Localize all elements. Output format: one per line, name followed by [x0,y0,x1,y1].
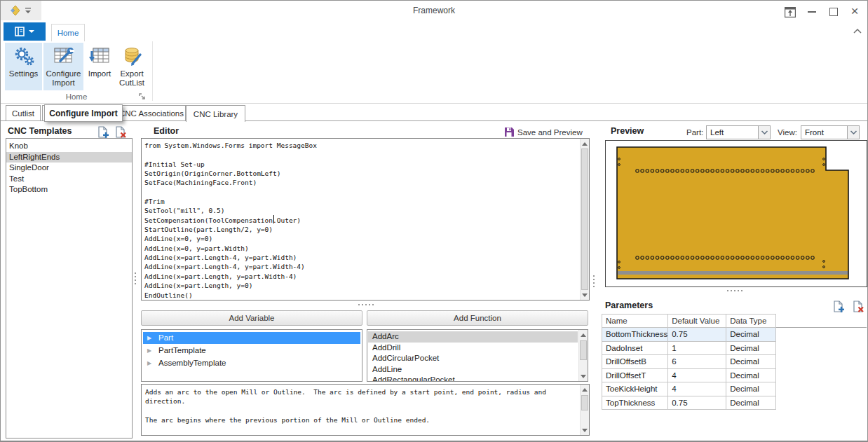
chevron-down-icon[interactable] [758,126,770,139]
scroll-up-icon[interactable] [581,139,589,149]
parameters-table-body: BottomThickness0.75DecimalDadoInset1Deci… [602,328,776,410]
chevron-down-icon [29,30,34,33]
template-item[interactable]: LeftRightEnds [6,152,132,163]
scroll-up-icon[interactable] [579,330,588,340]
table-row[interactable]: ToeKickHeight4Decimal [602,382,776,396]
param-value-cell[interactable]: 4 [668,368,726,382]
templates-list: KnobLeftRightEndsSingleDoorTestTopBottom [6,138,133,438]
variable-tree-item[interactable]: ▶Part [142,332,362,345]
scroll-up-icon[interactable] [581,385,589,394]
template-item[interactable]: TopBottom [6,184,132,195]
template-item[interactable]: SingleDoor [6,163,132,174]
column-header[interactable]: Data Type [726,315,776,328]
ribbon-button-import[interactable]: Import [85,43,114,90]
scroll-down-icon[interactable] [581,425,589,435]
app-window: Framework × Home Settings [0,0,868,442]
function-item[interactable]: AddCircularPocket [368,353,578,364]
param-value-cell[interactable]: 0.75 [668,396,726,410]
param-type-cell[interactable]: Decimal [726,341,776,355]
expand-triangle-icon[interactable]: ▶ [147,347,151,354]
parameters-table: Name Default Value Data Type BottomThick… [602,314,776,410]
param-type-cell[interactable]: Decimal [726,355,776,369]
param-name-cell[interactable]: DrillOffsetT [602,368,668,382]
tab-cutlist[interactable]: Cutlist [6,105,41,121]
editor-scrollbar[interactable] [580,139,589,300]
ribbon-tab-home[interactable]: Home [51,24,85,41]
splitter-right[interactable] [593,275,595,287]
expand-triangle-icon[interactable]: ▶ [147,360,151,366]
add-variable-button[interactable]: Add Variable [141,310,362,326]
dialog-launcher-icon[interactable] [139,93,147,101]
minimize-button[interactable] [806,6,818,18]
add-parameter-icon[interactable] [832,301,844,312]
param-type-cell[interactable]: Decimal [726,396,776,410]
functions-scrollbar[interactable] [578,330,588,381]
param-name-cell[interactable]: BottomThickness [602,328,668,342]
param-value-cell[interactable]: 0.75 [668,328,726,342]
code-editor[interactable]: from System.Windows.Forms import Message… [141,138,590,301]
ribbon-button-configure-import[interactable]: Configure Import [43,43,83,90]
close-button[interactable]: × [848,4,862,18]
function-item[interactable]: AddArc [368,331,578,343]
function-item[interactable]: AddDrill [368,343,578,354]
ribbon-button-settings[interactable]: Settings [5,43,42,90]
expand-triangle-icon[interactable]: ▶ [147,335,151,341]
application-menu-button[interactable] [4,22,46,41]
ribbon-button-label: Import [88,69,111,78]
scrollbar-thumb[interactable] [580,340,587,360]
ribbon-collapse-icon[interactable] [853,29,862,34]
delete-template-icon[interactable] [114,126,126,138]
ribbon-button-export-cutlist[interactable]: Export CutList [115,43,149,90]
scrollbar-thumb[interactable] [581,149,588,290]
fullscreen-button[interactable] [785,7,796,18]
ribbon-button-label: Export CutList [115,69,149,87]
variable-tree-item[interactable]: ▶PartTemplate [142,345,362,357]
param-name-cell[interactable]: DadoInset [602,341,668,355]
add-template-icon[interactable] [97,126,109,138]
gears-icon [13,45,35,67]
splitter-horizontal[interactable] [358,304,374,305]
variable-tree-item[interactable]: ▶AssemblyTemplate [142,357,362,370]
editor-code[interactable]: from System.Windows.Forms import Message… [144,141,578,300]
save-and-preview-button[interactable]: Save and Preview [517,128,583,137]
scroll-down-icon[interactable] [581,290,589,300]
param-type-cell[interactable]: Decimal [726,382,776,396]
splitter-preview[interactable] [727,290,742,291]
preview-title: Preview [611,126,644,136]
column-header[interactable]: Default Value [668,315,726,328]
function-item[interactable]: AddLine [368,364,578,375]
table-row[interactable]: TopThickness0.75Decimal [602,396,776,410]
part-label: Part: [686,128,703,137]
tab-cnc-associations[interactable]: CNC Associations [117,105,186,121]
add-function-button[interactable]: Add Function [367,310,588,326]
table-header-row: Name Default Value Data Type [602,315,776,328]
template-item[interactable]: Knob [6,141,132,152]
selection-highlight [143,332,360,344]
param-value-cell[interactable]: 4 [668,382,726,396]
table-row[interactable]: BottomThickness0.75Decimal [602,328,776,342]
column-header[interactable]: Name [602,315,668,328]
param-value-cell[interactable]: 6 [668,355,726,369]
function-item[interactable]: AddRectangularPocket [368,375,578,382]
scrollbar-thumb[interactable] [581,395,588,410]
param-name-cell[interactable]: TopThickness [602,396,668,410]
table-row[interactable]: DrillOffsetB6Decimal [602,355,776,369]
part-select[interactable]: Left [706,125,771,139]
param-type-cell[interactable]: Decimal [726,368,776,382]
ribbon-group-label: Home [1,92,152,101]
template-item[interactable]: Test [6,174,132,185]
chevron-down-icon[interactable] [847,126,859,139]
param-type-cell[interactable]: Decimal [726,328,776,342]
table-row[interactable]: DrillOffsetT4Decimal [602,368,776,382]
maximize-button[interactable] [828,7,839,17]
view-select[interactable]: Front [801,125,860,139]
param-value-cell[interactable]: 1 [668,341,726,355]
table-row[interactable]: DadoInset1Decimal [602,341,776,355]
param-name-cell[interactable]: DrillOffsetB [602,355,668,369]
splitter-left[interactable] [135,272,136,284]
param-name-cell[interactable]: ToeKickHeight [602,382,668,396]
scroll-down-icon[interactable] [579,371,588,381]
description-scrollbar[interactable] [580,385,589,435]
tab-cnc-library[interactable]: CNC Library [186,105,245,122]
delete-parameter-icon[interactable] [852,301,864,312]
